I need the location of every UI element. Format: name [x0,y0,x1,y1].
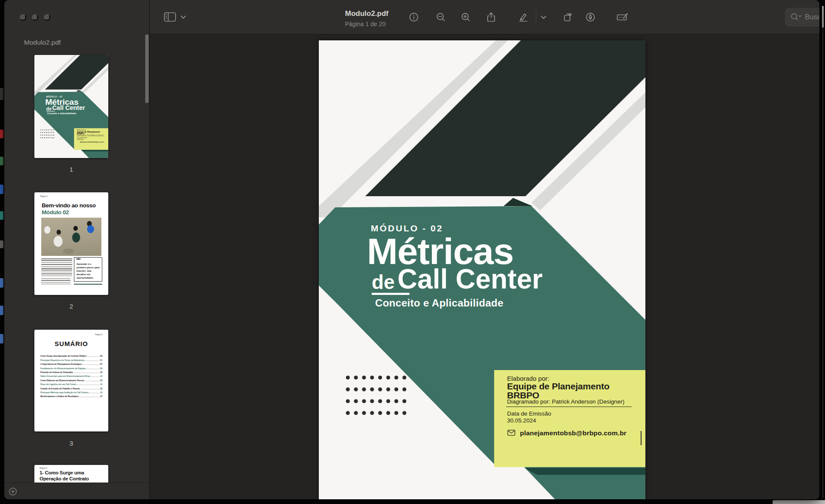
emission-label: Data de Emissão [507,410,551,417]
page-label: Página 3 [95,334,103,336]
cover-title-de: de [372,272,395,292]
chapter-title: 1- Como Surge uma Operação de Contrato P… [40,470,104,483]
divider-line [506,407,632,407]
search-field [785,8,819,27]
markup-pen-button[interactable] [583,10,598,24]
background-window-patch [773,500,825,504]
emission-date: 30.05.2024 [77,139,83,140]
body-text-lines [41,258,72,276]
email-text: planejamentobsb@brbpo.com.br [520,429,626,437]
sidebar-chevron-button[interactable] [178,10,188,24]
edge-app-sliver-blue4 [0,334,3,343]
toc-list: Como Surge uma Operação de Contrato Públ… [40,353,102,398]
share-button[interactable] [484,10,498,24]
email-text: planejamentobsb@brbpo.com.br [80,141,104,143]
markup-chevron-button[interactable] [538,10,549,24]
page-label: Página 4 [40,467,47,469]
cover-subtitle: Conceito e Aplicabilidade [375,297,504,309]
cover-title2: Call Center [52,105,85,111]
thumbnail-page-1[interactable]: MÓDULO - 02 Métricas de Call Center Conc… [34,55,108,158]
thumbnail-page-4[interactable]: Página 4 1- Como Surge uma Operação de C… [34,465,108,483]
toc-row: A Importância do Planejamento Estratégic… [40,361,102,365]
search-input[interactable] [805,8,819,27]
edge-app-sliver-blue3 [0,306,3,315]
page-indicator: Página 1 de 20 [345,21,385,27]
call-center-photo [41,218,101,256]
document-title: Modulo2.pdf [345,9,388,18]
edge-app-sliver-teal [0,211,3,220]
toolbar-divider [536,11,536,23]
page-number-label-1: 1 [34,166,108,173]
thumbnail-page-3[interactable]: Página 3 SUMÁRIO Como Surge uma Operação… [34,330,108,431]
cover-subtitle: Conceito e Aplicabilidade [47,112,76,115]
preview-window: Modulo2.pdf MÓDULO - 02 Métricas de Call… [4,0,819,499]
toc-row: Fluxo de Ligações em um Call Center14 [40,382,102,386]
toc-row: Como Elaborar um Dimensionamento Preciso… [40,377,102,381]
background-window-edge-faint [822,27,823,498]
toc-row: Dados Essenciais para um Dimensionamento… [40,373,102,377]
background-window-edge [822,6,824,27]
toc-row: Principais Requisitos do Termo de Referê… [40,357,102,361]
add-page-button[interactable] [9,487,17,496]
emission-date: 30.05.2024 [507,417,536,424]
minimize-button[interactable] [32,14,38,21]
info-button[interactable] [406,10,421,24]
toc-row: Criação de Escalas de Trabalho e Pausas1… [40,386,102,389]
toolbar: Modulo2.pdf Página 1 de 20 [150,0,819,34]
edge-app-sliver-gray [0,240,3,248]
cover-title-de: de [46,106,52,111]
page-number-label-2: 2 [34,303,108,310]
zoom-button[interactable] [44,14,50,21]
zoom-in-button[interactable] [458,10,473,24]
body-text-lines [41,278,70,284]
summary-title: SUMÁRIO [34,340,108,347]
page-number-label-3: 3 [34,440,108,447]
pdf-viewer-area[interactable]: MÓDULO - 02 Métricas de Call Center Conc… [150,34,819,499]
edge-app-sliver-red [0,130,3,138]
title-underline [372,293,409,295]
quote-text: Aprender é o primeiro passo para transfo… [76,262,101,280]
form-sign-button[interactable] [615,10,629,24]
sidebar-toggle-button[interactable] [163,10,177,24]
diagramado-label: Diagramado por: Patrick Anderson (Design… [507,398,624,405]
pdf-page-1: MÓDULO - 02 Métricas de Call Center Conc… [319,40,645,499]
toc-row: Previsão de Volume de Chamadas10 [40,370,102,373]
sidebar-bottom-bar [4,483,149,499]
title-underline [46,111,55,112]
quote-underline [74,284,102,285]
toc-row: Fundamentos do Dimensionamento de Equipe… [40,365,102,369]
toc-row: Monitoramento e Análise de Resultados17 [40,394,102,398]
sidebar-filename: Modulo2.pdf [24,39,61,46]
page-label: Página 2 [40,195,48,197]
diagramado-label: Diagramado por: Patrick Anderson (Design… [77,134,104,136]
sidebar-scrollbar[interactable] [145,34,149,103]
thumbnail-sidebar: Modulo2.pdf MÓDULO - 02 Métricas de Call… [4,0,150,499]
thumbnail-page-2[interactable]: Página 2 Bem-vindo ao nosso Módulo 02 ““… [34,192,108,295]
cover-title2: Call Center [397,265,543,293]
quote-box: ““ Aprender é o primeiro passo para tran… [74,257,102,282]
toc-row: Principais Métricas para Avaliação de Ca… [40,390,102,394]
cover-mini: MÓDULO - 02 Métricas de Call Center Conc… [34,55,108,158]
toc-row: Como Surge uma Operação de Contrato Públ… [40,353,102,357]
zoom-out-button[interactable] [434,10,448,24]
edge-app-sliver [0,88,3,100]
envelope-icon [507,430,515,436]
highlighter-button[interactable] [516,10,531,24]
dots-pattern [346,376,409,416]
dots-pattern [40,130,55,139]
edge-app-sliver-green [0,157,3,165]
close-button[interactable] [20,14,26,21]
info-box: Elaborado por: Equipe de PlanejamentoBRB… [74,128,108,150]
cursor-tick-mark [641,431,642,445]
module-heading: Módulo 02 [42,209,69,216]
rotate-button[interactable] [561,10,575,24]
cover-page: MÓDULO - 02 Métricas de Call Center Conc… [319,40,645,499]
edge-app-sliver-blue [0,185,3,194]
info-box: Elaborado por: Equipe de PlanejamentoBRB… [494,370,645,467]
edge-app-sliver-blue2 [0,278,3,288]
team-name: Equipe de PlanejamentoBRBPO [507,382,609,400]
welcome-heading: Bem-vindo ao nosso [42,202,96,209]
